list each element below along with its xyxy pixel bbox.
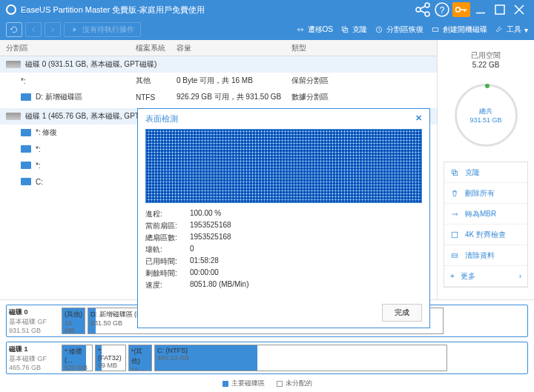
disk-row-0[interactable]: 磁碟 0 (931.51 GB, 基本磁碟, GPT磁碟) — [0, 56, 437, 73]
menu-4k-align[interactable]: 4K 對齊檢查 — [444, 225, 527, 245]
menu-delete-all[interactable]: 刪除所有 — [444, 183, 527, 204]
disk-segment[interactable]: C: (NTFS)465.13 GB — [154, 345, 447, 371]
menu-wipe[interactable]: 清除資料 — [444, 245, 527, 266]
disk-bar-1[interactable]: 磁碟 1基本磁碟 GF465.76 GB *:修復 (...529 MB*: (… — [6, 342, 528, 374]
execute-button: 沒有待執行操作 — [64, 22, 141, 37]
svg-point-5 — [456, 7, 461, 12]
app-title: EaseUS Partition Master 免費版-家庭用戶免費使用 — [21, 4, 412, 16]
partition-row[interactable]: *: 其他0 Byte 可用，共 16 MB保留分割區 — [0, 73, 437, 89]
partition-icon — [21, 145, 31, 153]
dialog-close-icon[interactable]: ✕ — [415, 113, 422, 124]
menu-more[interactable]: +更多› — [444, 266, 527, 287]
svg-rect-13 — [452, 232, 458, 238]
menu-to-mbr[interactable]: 轉為MBR — [444, 204, 527, 225]
migrate-os-button[interactable]: 遷移OS — [296, 24, 333, 35]
donut-chart: 總共 931.51 GB — [455, 84, 518, 147]
disk-segment[interactable]: *(其他)16 MB — [128, 345, 152, 371]
recover-button[interactable]: 分割區恢復 — [375, 24, 423, 35]
partition-icon — [21, 162, 31, 169]
redo-button[interactable] — [44, 22, 61, 37]
done-button[interactable]: 完成 — [382, 304, 422, 322]
key-button[interactable] — [452, 2, 470, 17]
partition-icon: *: — [21, 77, 31, 84]
svg-rect-6 — [495, 5, 504, 14]
close-button[interactable] — [510, 2, 528, 17]
partition-row[interactable]: D: 新增磁碟區 NTFS926.29 GB 可用，共 931.50 GB數據分… — [0, 89, 437, 105]
titlebar: EaseUS Partition Master 免費版-家庭用戶免費使用 ? — [0, 0, 534, 19]
table-header: 分割區 檔案系統 容量 類型 — [0, 40, 437, 56]
disk-icon — [6, 61, 21, 68]
used-space-label: 已用空間 — [444, 50, 528, 61]
app-logo-icon — [6, 4, 16, 15]
surface-stats: 進程:100.00 %當前扇區:1953525168總扇區數:195352516… — [138, 203, 429, 298]
surface-test-dialog: 表面檢測 ✕ 進程:100.00 %當前扇區:1953525168總扇區數:19… — [137, 108, 430, 328]
disk-segment[interactable]: *:修復 (...529 MB — [62, 345, 93, 371]
disk-icon — [6, 113, 21, 120]
svg-rect-10 — [432, 28, 438, 32]
partition-icon — [21, 178, 31, 185]
undo-button[interactable] — [25, 22, 42, 37]
minimize-button[interactable] — [472, 2, 490, 17]
dialog-title: 表面檢測 — [145, 113, 178, 124]
bootdisk-button[interactable]: 創建開機磁碟 — [431, 24, 487, 35]
clone-button[interactable]: 克隆 — [340, 24, 367, 35]
legend: 主要磁碟區 未分配的 — [6, 379, 528, 388]
svg-point-1 — [425, 3, 429, 7]
used-space-value: 5.22 GB — [444, 61, 528, 69]
partition-icon — [21, 129, 31, 136]
right-panel: 已用空間 5.22 GB 總共 931.51 GB 克隆 刪除所有 轉為MBR … — [438, 40, 534, 299]
toolbar: 沒有待執行操作 遷移OS 克隆 分割區恢復 創建開機磁碟 工具 ▾ — [0, 19, 534, 40]
share-button[interactable] — [414, 2, 432, 17]
tools-button[interactable]: 工具 ▾ — [495, 24, 528, 35]
svg-point-0 — [416, 7, 421, 12]
help-button[interactable]: ? — [433, 2, 451, 17]
refresh-button[interactable] — [6, 22, 22, 37]
svg-point-2 — [425, 12, 429, 16]
maximize-button[interactable] — [491, 2, 509, 17]
disk-segment[interactable]: *: (FAT32)99 MB — [95, 345, 126, 371]
svg-text:?: ? — [440, 5, 445, 16]
action-menu: 克隆 刪除所有 轉為MBR 4K 對齊檢查 清除資料 +更多› — [444, 162, 528, 288]
menu-clone[interactable]: 克隆 — [444, 162, 527, 183]
surface-grid — [145, 129, 422, 203]
disk-segment[interactable]: (其他)16 MB — [62, 308, 85, 334]
partition-icon — [21, 93, 31, 101]
